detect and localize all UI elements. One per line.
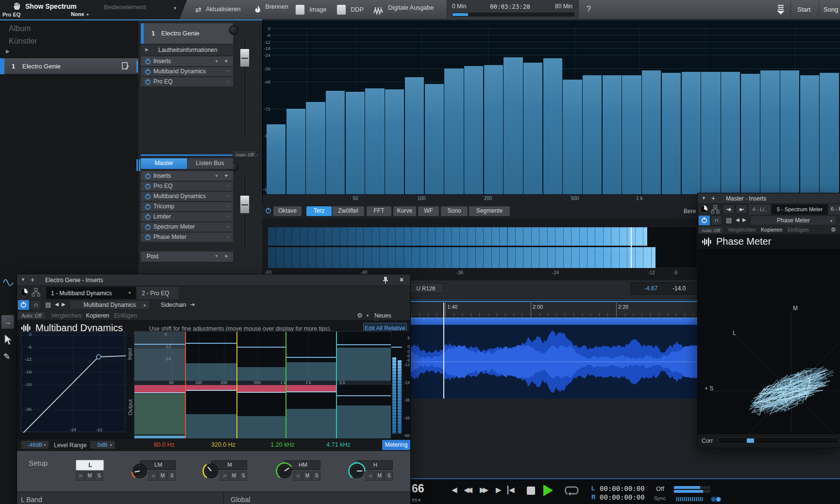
power-icon[interactable] [145, 68, 151, 75]
collapse-icon[interactable]: ▼ [215, 59, 218, 64]
macro-none-dropdown[interactable]: None ▼ [71, 11, 89, 17]
spectrum-tab-wf[interactable]: WF [418, 206, 439, 216]
start-page-button[interactable]: Start [797, 6, 810, 13]
crossover-freq-readout[interactable]: 4.71 kHz [319, 441, 358, 448]
album-label[interactable]: Album [9, 24, 31, 33]
panel-dropdown-icon[interactable]: ▼ [173, 6, 177, 11]
kopieren-button[interactable]: Kopieren [761, 227, 782, 233]
power-icon[interactable] [145, 203, 151, 210]
pan-knob-track[interactable] [229, 25, 238, 35]
spectrum-tab-fft[interactable]: FFT [367, 206, 391, 216]
bypass-power-button[interactable] [699, 216, 710, 225]
spectrum-power-icon[interactable] [265, 207, 271, 214]
expand-icon[interactable]: ▼ [226, 204, 230, 209]
inserts-header-row[interactable]: Inserts▼+ [141, 171, 233, 181]
window-add-icon[interactable]: + [711, 194, 715, 202]
auto-mode-button[interactable]: Auto: Off [698, 226, 723, 234]
auto-mode-button[interactable]: Auto: Off [17, 311, 46, 319]
insert-row[interactable]: Phase Meter▼ [141, 233, 233, 242]
bus-tab-master[interactable]: Master [141, 158, 187, 169]
inserts-header-row[interactable]: Inserts▼+ [141, 56, 233, 66]
insert-row[interactable]: Multiband Dynamics▼ [141, 192, 233, 201]
spectrum-tab-sono[interactable]: Sono [441, 206, 468, 216]
level-range-low-dropdown[interactable]: -48dB ▼ [21, 440, 49, 449]
window-add-icon[interactable]: + [31, 276, 34, 284]
loop-r-time[interactable]: 00:00:00:00 [600, 493, 645, 501]
softbypass-button[interactable]: ∩ [30, 300, 41, 310]
gear-icon[interactable]: ⚙ [831, 226, 836, 233]
crossover-freq-readout[interactable]: 320.0 Hz [204, 441, 243, 448]
lautheit-row[interactable]: ▶ Lautheitsinformationen [141, 45, 233, 55]
crossover-divider[interactable] [336, 332, 337, 440]
channel-header[interactable]: 1 Electro Genie [141, 23, 233, 44]
band-select-box-L[interactable]: L [76, 460, 104, 470]
band-mute-button[interactable]: M [375, 471, 384, 481]
insert-row[interactable]: Multiband Dynamics▼ [141, 67, 233, 76]
power-icon[interactable] [145, 234, 151, 240]
band-meter-display[interactable]: 0-12-24501002005001 k2 k5 k [134, 331, 390, 439]
output-threshold-line[interactable] [336, 395, 391, 396]
power-icon[interactable] [145, 193, 151, 200]
band-solo-button[interactable]: S [94, 471, 103, 481]
vergleichen-button[interactable]: Vergleichen [51, 312, 82, 319]
stop-button[interactable] [527, 487, 535, 495]
track-name[interactable]: Electro Genie [22, 63, 61, 70]
fader-handle-track[interactable] [240, 49, 250, 67]
next-marker-button[interactable]: ▶ [496, 486, 502, 494]
level-range-high-dropdown[interactable]: 0dB ▼ [90, 440, 115, 449]
preset-list-icon[interactable]: ▤ [45, 301, 51, 308]
preset-dropdown[interactable]: Multiband Dynamics ▼ [69, 300, 150, 310]
metering-button[interactable]: Metering [382, 440, 410, 450]
pencil-tool-icon[interactable]: ✎ [3, 352, 10, 362]
kopieren-button[interactable]: Kopieren [86, 312, 109, 319]
add-insert-icon[interactable]: + [224, 252, 228, 260]
band-mute-button[interactable]: M [85, 471, 94, 481]
preset-list-icon[interactable]: ▤ [726, 217, 732, 224]
window-collapse-icon[interactable]: ▼ [21, 277, 25, 282]
fader-handle-master[interactable] [240, 195, 250, 214]
song-page-button[interactable]: Song [823, 6, 838, 13]
tempo-off-label[interactable]: Off [656, 485, 664, 492]
image-button[interactable]: Image [295, 4, 326, 17]
channel-mode-icon-b[interactable]: ◆▪ [736, 204, 747, 214]
input-threshold-line[interactable] [134, 344, 185, 345]
band-solo-button[interactable]: S [312, 471, 320, 481]
power-icon[interactable] [145, 78, 151, 85]
input-threshold-line[interactable] [237, 347, 286, 348]
phase-tab-5[interactable]: 5 - Spectrum Meter [772, 204, 828, 215]
control-link-panel[interactable]: Show Spectrum Pro EQ None ▼ Bedienelemen… [0, 0, 187, 19]
power-icon[interactable] [145, 183, 151, 189]
add-insert-icon[interactable]: + [224, 57, 228, 65]
spectrum-tab-kurve[interactable]: Kurve [393, 206, 416, 216]
routing-knob-icon[interactable] [700, 205, 708, 214]
einfuegen-button[interactable]: Einfügen [114, 312, 137, 319]
help-button[interactable]: ? [587, 5, 591, 14]
track-edit-icon[interactable] [121, 62, 130, 70]
band-gain-knob-HM[interactable] [275, 462, 294, 480]
channel-mode-icon-a[interactable]: ▪◆ [723, 204, 735, 214]
mbd-insert-tab-2[interactable]: 2 - Pro EQ [137, 287, 179, 299]
expand-icon[interactable]: ▼ [226, 80, 230, 84]
output-threshold-line[interactable] [286, 391, 336, 392]
band-listen-button[interactable]: ∩ [293, 471, 302, 481]
expand-icon[interactable]: ▼ [226, 235, 230, 239]
auto-mode-chip[interactable]: Auto: Off [233, 151, 257, 158]
cursor-tool-icon[interactable] [4, 334, 12, 346]
band-listen-button[interactable]: ∩ [149, 471, 157, 481]
channel-routing-icon[interactable] [32, 288, 40, 297]
gear-caret-icon[interactable]: ▼ [366, 314, 370, 318]
range-tool-button[interactable]: → [1, 315, 15, 329]
spectrum-tab-terz[interactable]: Terz [306, 206, 332, 216]
transport-unit[interactable]: es▼ [412, 497, 421, 503]
output-threshold-line[interactable] [134, 392, 185, 393]
input-threshold-line[interactable] [185, 343, 237, 344]
insert-row[interactable]: Spectrum Meter▼ [141, 222, 233, 232]
band-mute-button[interactable]: M [229, 471, 238, 481]
band-mute-button[interactable]: M [302, 471, 311, 481]
band-solo-button[interactable]: S [238, 471, 247, 481]
band-gain-knob-H[interactable] [348, 462, 366, 480]
power-icon[interactable] [145, 213, 151, 220]
power-icon[interactable] [145, 223, 151, 230]
transfer-curve-graph[interactable] [21, 332, 125, 432]
band-mute-button[interactable]: M [158, 471, 167, 481]
